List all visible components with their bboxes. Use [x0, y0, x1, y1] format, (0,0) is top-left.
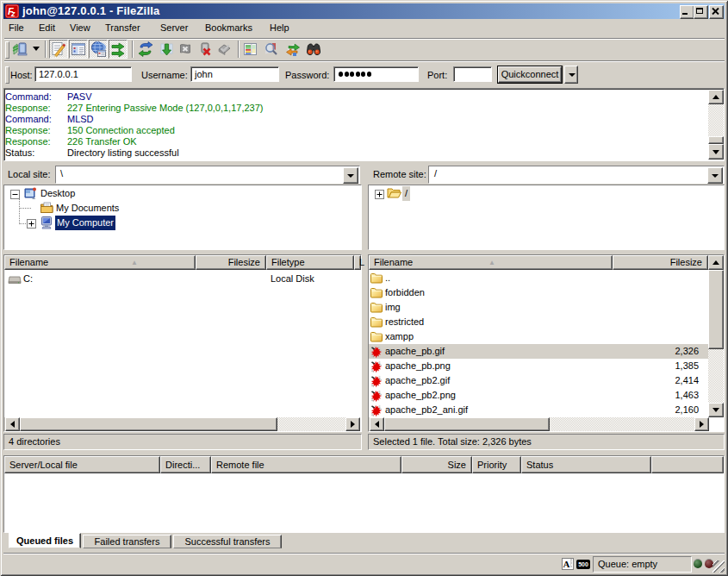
- svg-text:A: A: [563, 559, 570, 569]
- svg-text:z: z: [10, 9, 16, 18]
